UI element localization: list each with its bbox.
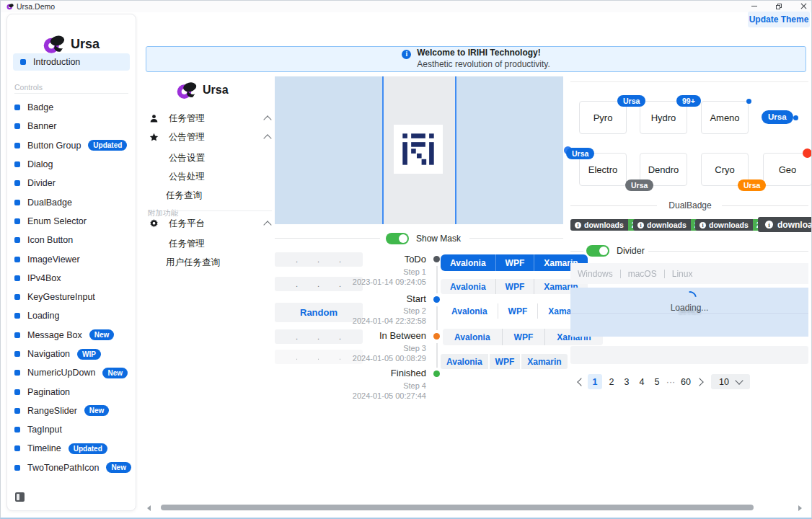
bullet-icon [14,427,20,432]
sidebar-item-taginput[interactable]: TagInput [7,420,136,439]
show-mask-control: Show Mask [386,233,461,244]
image-viewer[interactable] [275,76,563,224]
menu-item-task-management[interactable]: 任务管理 [149,112,270,125]
group-button-avalonia[interactable]: Avalonia [441,354,488,369]
loading-panel: Stretch Loading... [570,288,808,337]
timeline-step-label: Step 3 [311,344,426,352]
sidebar-item-navigation[interactable]: NavigationWIP [7,345,136,363]
sidebar-item-enum-selector[interactable]: Enum Selector [7,212,136,231]
bullet-icon [14,180,20,186]
mask-boundary-line[interactable] [382,76,384,224]
sidebar-item-timeline[interactable]: TimelineUpdated [7,439,136,458]
menu-item-task-query[interactable]: 任务查询 [166,188,202,202]
sidebar-item-dialog[interactable]: Dialog [7,155,136,174]
group-button-wpf[interactable]: WPF [495,279,534,294]
timeline-dot-todo [433,256,440,262]
button-group-light: Avalonia WPF Xamarin [441,279,588,294]
pagination-page-3[interactable]: 3 [620,374,633,389]
sidebar-item-message-box[interactable]: Message BoxNew [7,326,136,345]
app-window: Ursa.Demo Ursa Introduction Controls [0,0,812,519]
group-button-avalonia[interactable]: Avalonia [441,303,498,319]
sidebar-logo: Ursa [7,33,136,55]
ursa-logo-icon [177,80,197,100]
pagination-page-60[interactable]: 60 [678,374,694,389]
pagination-page-5[interactable]: 5 [650,374,663,389]
badge-dot-red [803,148,812,158]
show-mask-label: Show Mask [416,234,461,244]
sidebar-item-introduction[interactable]: Introduction [13,53,130,71]
sidebar-item-divider[interactable]: Divider [7,174,136,192]
gear-icon [149,219,159,229]
sidebar-item-dualbadge[interactable]: DualBadge [7,192,136,211]
sidebar-item-rangeslider[interactable]: RangeSliderNew [7,402,136,420]
scroll-left-arrow[interactable] [147,505,151,511]
group-button-wpf[interactable]: WPF [498,303,538,319]
group-button-avalonia[interactable]: Avalonia [441,279,495,294]
sidebar-item-banner[interactable]: Banner [7,117,136,136]
divider [722,205,808,206]
group-button-avalonia[interactable]: Avalonia [441,254,495,271]
mask-boundary-line[interactable] [455,76,456,224]
sidebar-collapse-icon[interactable] [15,492,25,502]
scroll-right-arrow[interactable] [798,505,802,511]
pagination-ellipsis[interactable]: ··· [664,374,677,389]
bullet-icon [14,408,20,414]
timeline-dot-start [433,296,440,303]
sidebar-item-pagination[interactable]: Pagination [7,382,136,401]
sidebar-item-button-group[interactable]: Button GroupUpdated [7,136,136,155]
sidebar-item-loading[interactable]: Loading [7,306,136,325]
update-theme-button[interactable]: Update Theme [748,12,810,27]
menu-section-label: 附加功能 [148,205,178,218]
menu-item-task-platform[interactable]: 任务平台 [149,218,270,230]
group-button-wpf[interactable]: WPF [495,254,534,271]
pagination-page-2[interactable]: 2 [605,374,618,389]
pagination-prev-button[interactable] [575,374,585,389]
group-button-wpf[interactable]: WPF [488,354,521,369]
bullet-icon [14,200,20,205]
group-button-wpf[interactable]: WPF [502,329,545,345]
menu-logo-text: Ursa [203,84,229,97]
restore-button[interactable] [769,1,788,12]
sidebar-item-imageviewer[interactable]: ImageViewer [7,249,136,268]
group-button-xamarin[interactable]: Xamarin [520,354,567,369]
sidebar-item-badge[interactable]: Badge [7,98,136,117]
sidebar-item-icon-button[interactable]: Icon Button [7,231,136,249]
sidebar-item-keygestureinput[interactable]: KeyGestureInput [7,288,136,306]
pagination-next-button[interactable] [695,374,705,389]
bullet-icon [14,294,20,300]
os-divider-panel: Windows macOS Linux [570,263,808,284]
page-size-select[interactable]: 10 [711,374,750,389]
close-button[interactable] [794,1,812,12]
viewer-mask-left [275,76,383,224]
divider-control: Divider [586,245,645,257]
timeline-step-title: ToDo [311,254,426,265]
menu-item-user-task-query[interactable]: 用户任务查询 [166,255,220,269]
menu-item-announcement-management[interactable]: 公告管理 [149,131,270,143]
bullet-icon [14,161,20,167]
bullet-icon [14,123,20,129]
dualbadge-divider-label: DualBadge [663,200,718,210]
bullet-icon [14,332,20,338]
banner-title: Welcome to IRIHI Technology! [417,48,550,59]
pagination-page-4[interactable]: 4 [635,374,648,389]
sidebar-item-numericupdown[interactable]: NumericUpDownNew [7,363,136,382]
minimize-button[interactable] [745,1,764,12]
group-button-avalonia[interactable]: Avalonia [443,329,502,345]
pagination-page-1[interactable]: 1 [588,374,602,389]
dual-badge-large: idownloads [758,217,812,232]
sidebar-item-ipv4box[interactable]: IPv4Box [7,269,136,288]
bullet-icon [14,351,20,357]
loading-label: Loading... [570,303,808,313]
menu-item-announcement-handling[interactable]: 公告处理 [169,169,205,183]
timeline-step-time: 2024-01-04 22:32:58 [311,316,426,325]
timeline-step-label: Step 4 [311,381,426,390]
show-mask-toggle[interactable] [386,233,409,244]
timeline-step-time: 2023-01-14 09:24:05 [311,278,426,286]
divider [469,238,563,239]
divider-toggle[interactable] [586,245,609,257]
sidebar-item-twotonepathicon[interactable]: TwoTonePathIconNew [7,458,136,477]
star-icon [149,133,159,142]
menu-item-task-management-sub[interactable]: 任务管理 [169,236,205,250]
horizontal-scrollbar-thumb[interactable] [161,505,754,510]
menu-item-announcement-settings[interactable]: 公告设置 [169,151,205,164]
